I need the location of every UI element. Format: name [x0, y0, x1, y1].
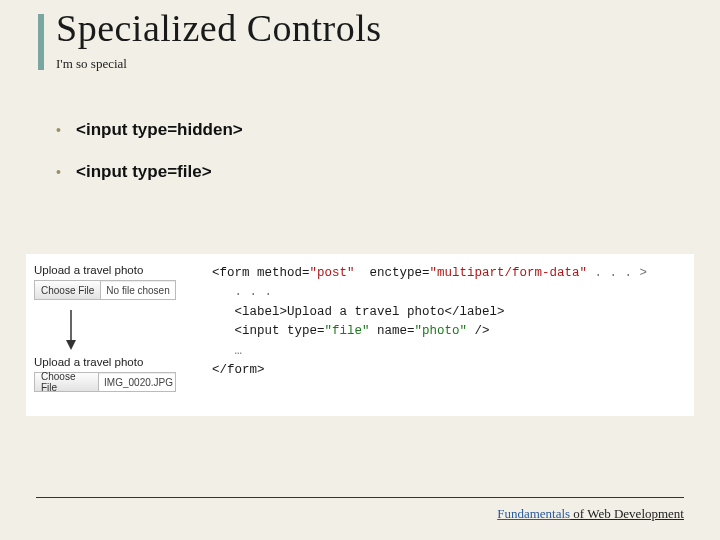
code-text: </form> — [212, 363, 265, 377]
file-input[interactable]: Choose File No file chosen — [34, 280, 176, 300]
footer-rest: of Web Development — [570, 506, 684, 521]
footer-link: Fundamentals — [497, 506, 570, 521]
example-panel: Upload a travel photo Choose File No fil… — [26, 254, 694, 416]
svg-marker-1 — [66, 340, 76, 350]
slide-title: Specialized Controls — [56, 6, 382, 50]
code-text: /> — [467, 324, 490, 338]
footer-divider — [36, 497, 684, 498]
choose-file-button[interactable]: Choose File — [35, 373, 99, 391]
file-status-text: No file chosen — [101, 285, 174, 296]
bullet-text: <input type=file> — [76, 162, 212, 182]
code-snippet: <form method="post" enctype="multipart/f… — [212, 264, 686, 398]
bullet-item: • <input type=hidden> — [56, 120, 243, 140]
footer-text: Fundamentals of Web Development — [497, 506, 684, 522]
code-text: <label>Upload a travel photo</label> — [212, 305, 505, 319]
code-text: . . . — [212, 285, 272, 299]
code-text: enctype= — [355, 266, 430, 280]
code-text: "post" — [310, 266, 355, 280]
file-input[interactable]: Choose File IMG_0020.JPG — [34, 372, 176, 392]
slide-subtitle: I'm so special — [56, 56, 127, 72]
code-text: "file" — [325, 324, 370, 338]
code-text: . . . > — [587, 266, 647, 280]
slide: Specialized Controls I'm so special • <i… — [0, 0, 720, 540]
bullet-text: <input type=hidden> — [76, 120, 243, 140]
file-upload-after: Upload a travel photo Choose File IMG_00… — [34, 356, 176, 392]
code-text: <input type= — [212, 324, 325, 338]
ui-preview-column: Upload a travel photo Choose File No fil… — [34, 264, 184, 398]
bullet-dot-icon: • — [56, 165, 76, 179]
code-text: "multipart/form-data" — [430, 266, 588, 280]
file-status-text: IMG_0020.JPG — [99, 377, 175, 388]
file-upload-before: Upload a travel photo Choose File No fil… — [34, 264, 176, 300]
code-text: "photo" — [415, 324, 468, 338]
choose-file-button[interactable]: Choose File — [35, 281, 101, 299]
code-text: … — [212, 344, 242, 358]
bullet-dot-icon: • — [56, 123, 76, 137]
upload-label: Upload a travel photo — [34, 264, 176, 276]
arrow-down-icon — [64, 310, 78, 350]
bullet-list: • <input type=hidden> • <input type=file… — [56, 120, 243, 204]
code-text: name= — [370, 324, 415, 338]
code-text: <form method= — [212, 266, 310, 280]
upload-label: Upload a travel photo — [34, 356, 176, 368]
accent-bar — [38, 14, 44, 70]
bullet-item: • <input type=file> — [56, 162, 243, 182]
